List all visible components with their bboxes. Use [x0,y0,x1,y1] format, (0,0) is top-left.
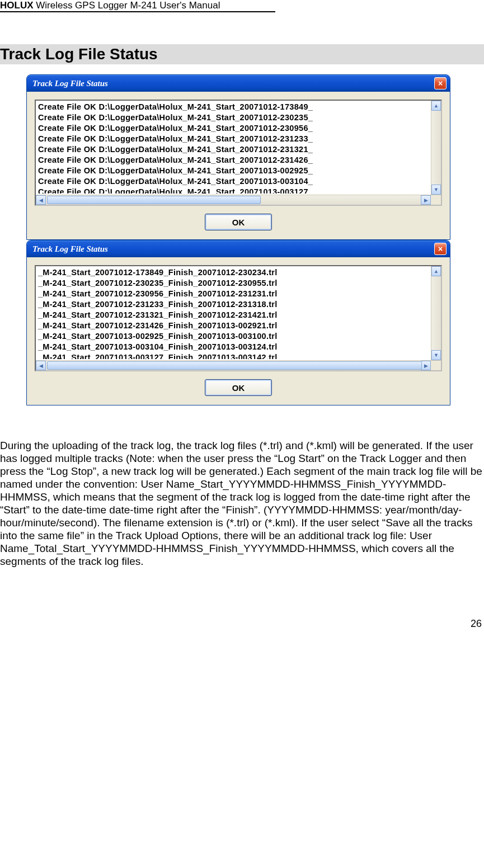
scroll-down-button[interactable]: ▼ [431,185,441,195]
ok-button[interactable]: OK [205,214,272,230]
ok-label: OK [232,218,245,227]
listbox: Create File OK D:\LoggerData\Holux_M-241… [35,100,442,206]
chevron-down-icon: ▼ [434,187,439,192]
scroll-track[interactable] [46,361,421,370]
scroll-thumb[interactable] [47,196,261,204]
list-item[interactable]: Create File OK D:\LoggerData\Holux_M-241… [38,155,429,166]
scroll-track[interactable] [46,195,421,205]
section-title-bar: Track Log File Status [0,44,484,64]
body-paragraph: During the uploading of the track log, t… [0,439,484,568]
list-item[interactable]: _M-241_Start_20071012-173849_Finish_2007… [38,267,429,278]
list-item[interactable]: Create File OK D:\LoggerData\Holux_M-241… [38,112,429,123]
chevron-right-icon: ▶ [424,363,428,369]
status-window-2: Track Log File Status × _M-241_Start_200… [26,240,450,405]
scroll-corner [431,195,441,205]
list-item[interactable]: Create File OK D:\LoggerData\Holux_M-241… [38,134,429,144]
window-title: Track Log File Status [32,244,434,254]
titlebar[interactable]: Track Log File Status × [27,240,450,257]
close-icon: × [438,79,443,87]
list-rows[interactable]: _M-241_Start_20071012-173849_Finish_2007… [36,266,431,360]
close-button[interactable]: × [434,77,447,89]
ok-button[interactable]: OK [205,379,272,396]
section-title: Track Log File Status [0,44,484,64]
page-number: 26 [0,618,484,630]
window-title: Track Log File Status [32,79,434,88]
chevron-left-icon: ◀ [39,363,43,369]
list-item[interactable]: _M-241_Start_20071012-231233_Finish_2007… [38,299,429,310]
header-rest: Wireless GPS Logger M-241 User's Manual [34,0,220,11]
list-item[interactable]: Create File OK D:\LoggerData\Holux_M-241… [38,102,429,112]
titlebar[interactable]: Track Log File Status × [27,75,450,92]
list-item[interactable]: Create File OK D:\LoggerData\Holux_M-241… [38,187,429,194]
scroll-up-button[interactable]: ▲ [431,266,441,276]
brand-name: HOLUX [0,0,34,11]
list-item[interactable]: Create File OK D:\LoggerData\Holux_M-241… [38,144,429,155]
window-body: Create File OK D:\LoggerData\Holux_M-241… [27,92,450,239]
scroll-corner [431,361,441,370]
header-rule [0,11,275,12]
status-window-1: Track Log File Status × Create File OK D… [26,74,450,240]
scroll-down-button[interactable]: ▼ [431,350,441,360]
window-body: _M-241_Start_20071012-173849_Finish_2007… [27,257,450,405]
list-item[interactable]: _M-241_Start_20071012-230956_Finish_2007… [38,289,429,299]
list-item[interactable]: Create File OK D:\LoggerData\Holux_M-241… [38,176,429,187]
scroll-track[interactable] [431,276,441,350]
chevron-up-icon: ▲ [434,268,439,274]
list-item[interactable]: Create File OK D:\LoggerData\Holux_M-241… [38,123,429,134]
scroll-left-button[interactable]: ◀ [36,195,46,205]
list-item[interactable]: _M-241_Start_20071013-003104_Finish_2007… [38,342,429,352]
list-rows[interactable]: Create File OK D:\LoggerData\Holux_M-241… [36,101,431,195]
list-item[interactable]: _M-241_Start_20071012-231426_Finish_2007… [38,320,429,331]
close-button[interactable]: × [434,243,447,255]
listbox: _M-241_Start_20071012-173849_Finish_2007… [35,265,442,371]
scroll-left-button[interactable]: ◀ [36,361,46,370]
list-item[interactable]: _M-241_Start_20071013-002925_Finish_2007… [38,331,429,342]
horizontal-scrollbar[interactable]: ◀ ▶ [36,360,441,370]
doc-header: HOLUX Wireless GPS Logger M-241 User's M… [0,0,484,13]
list-item[interactable]: _M-241_Start_20071012-231321_Finish_2007… [38,310,429,320]
chevron-down-icon: ▼ [434,352,439,358]
ok-label: OK [232,383,245,393]
list-item[interactable]: Create File OK D:\LoggerData\Holux_M-241… [38,166,429,176]
vertical-scrollbar[interactable]: ▲ ▼ [431,266,441,360]
vertical-scrollbar[interactable]: ▲ ▼ [431,101,441,195]
scroll-right-button[interactable]: ▶ [421,361,431,370]
close-icon: × [438,245,443,253]
chevron-right-icon: ▶ [424,197,428,203]
list-item[interactable]: _M-241_Start_20071012-230235_Finish_2007… [38,278,429,289]
doc-header-text: HOLUX Wireless GPS Logger M-241 User's M… [0,0,220,11]
scroll-up-button[interactable]: ▲ [431,101,441,111]
scroll-right-button[interactable]: ▶ [421,195,431,205]
chevron-up-icon: ▲ [434,103,439,108]
list-item[interactable]: _M-241_Start_20071013-003127_Finish_2007… [38,352,429,359]
chevron-left-icon: ◀ [39,197,43,203]
scroll-track[interactable] [431,111,441,185]
scroll-thumb[interactable] [47,361,422,370]
horizontal-scrollbar[interactable]: ◀ ▶ [36,195,441,205]
